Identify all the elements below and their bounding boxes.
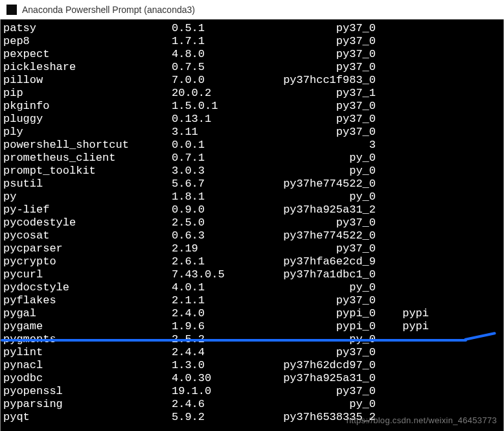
package-name: pynacl (3, 359, 172, 372)
package-channel (376, 152, 434, 165)
package-build: py37h7a1dbc1_0 (272, 268, 376, 281)
package-channel (376, 178, 434, 191)
package-row: pyparsing2.4.6py_0 (3, 398, 503, 411)
package-channel (376, 216, 434, 229)
package-name: prometheus_client (3, 152, 172, 165)
package-row: pillow7.0.0py37hcc1f983_0 (3, 74, 503, 87)
package-channel (376, 165, 434, 178)
package-version: 2.5.2 (172, 333, 272, 346)
package-name: pycodestyle (3, 216, 172, 229)
package-channel (376, 359, 434, 372)
package-row: pluggy0.13.1py37_0 (3, 113, 503, 126)
package-name: pluggy (3, 113, 172, 126)
terminal-icon (6, 5, 17, 15)
package-version: 2.4.4 (172, 346, 272, 359)
package-build: py37he774522_0 (272, 178, 376, 191)
package-row: pygal2.4.0pypi_0pypi (3, 307, 503, 320)
package-channel: pypi (376, 307, 434, 320)
package-name: pydocstyle (3, 281, 172, 294)
package-channel (376, 255, 434, 268)
package-channel (376, 411, 434, 424)
package-build: py37_0 (272, 35, 376, 48)
package-version: 1.5.0.1 (172, 100, 272, 113)
package-version: 2.5.0 (172, 216, 272, 229)
package-build: 3 (272, 139, 376, 152)
package-row: ply3.11py37_0 (3, 126, 503, 139)
package-row: pylint2.4.4py37_0 (3, 346, 503, 359)
package-name: pillow (3, 74, 172, 87)
package-build: py37_0 (272, 242, 376, 255)
package-channel (376, 22, 434, 35)
package-row: pyopenssl19.1.0py37_0 (3, 385, 503, 398)
package-row: powershell_shortcut0.0.13 (3, 139, 503, 152)
package-version: 2.4.0 (172, 307, 272, 320)
package-row: pycrypto2.6.1py37hfa6e2cd_9 (3, 255, 503, 268)
package-channel (376, 346, 434, 359)
package-version: 4.0.1 (172, 281, 272, 294)
package-row: pycurl7.43.0.5py37h7a1dbc1_0 (3, 268, 503, 281)
package-build: py37_0 (272, 113, 376, 126)
package-row: pyodbc4.0.30py37ha925a31_0 (3, 372, 503, 385)
package-channel (376, 281, 434, 294)
package-row: pkginfo1.5.0.1py37_0 (3, 100, 503, 113)
package-build: pypi_0 (272, 320, 376, 333)
package-name: py-lief (3, 204, 172, 216)
package-channel (376, 242, 434, 255)
package-build: py37_0 (272, 385, 376, 398)
package-build: py37_0 (272, 346, 376, 359)
package-name: patsy (3, 22, 172, 35)
package-name: pyflakes (3, 294, 172, 307)
package-row: pyqt5.9.2py37h6538335_2 (3, 411, 503, 424)
package-build: py37_0 (272, 100, 376, 113)
package-name: pygame (3, 320, 172, 333)
package-version: 2.4.6 (172, 398, 272, 411)
package-channel (376, 294, 434, 307)
package-row: pygments2.5.2py_0 (3, 333, 503, 346)
package-channel: pypi (376, 320, 434, 333)
package-build: py_0 (272, 281, 376, 294)
package-name: pyodbc (3, 372, 172, 385)
package-row: pycodestyle2.5.0py37_0 (3, 216, 503, 229)
package-name: pygments (3, 333, 172, 346)
package-row: prometheus_client0.7.1py_0 (3, 152, 503, 165)
package-name: pexpect (3, 48, 172, 61)
package-name: pygal (3, 307, 172, 320)
package-name: py (3, 191, 172, 204)
package-name: pep8 (3, 35, 172, 48)
package-version: 5.6.7 (172, 178, 272, 191)
terminal-output[interactable]: patsy0.5.1py37_0pep81.7.1py37_0pexpect4.… (0, 19, 504, 431)
package-version: 1.9.6 (172, 320, 272, 333)
package-channel (376, 74, 434, 87)
window-title: Anaconda Powershell Prompt (anaconda3) (22, 5, 195, 15)
package-build: py_0 (272, 398, 376, 411)
package-channel (376, 268, 434, 281)
package-channel (376, 229, 434, 242)
package-build: py37_1 (272, 87, 376, 100)
package-channel (376, 398, 434, 411)
package-name: pylint (3, 346, 172, 359)
package-row: prompt_toolkit3.0.3py_0 (3, 165, 503, 178)
package-name: pyqt (3, 411, 172, 424)
package-row: pycparser2.19py37_0 (3, 242, 503, 255)
title-bar: Anaconda Powershell Prompt (anaconda3) (0, 0, 504, 19)
package-row: pydocstyle4.0.1py_0 (3, 281, 503, 294)
package-version: 2.6.1 (172, 255, 272, 268)
package-version: 5.9.2 (172, 411, 272, 424)
package-version: 1.7.1 (172, 35, 272, 48)
package-row: pynacl1.3.0py37h62dcd97_0 (3, 359, 503, 372)
package-name: pickleshare (3, 61, 172, 74)
package-version: 0.6.3 (172, 229, 272, 242)
package-row: pip20.0.2py37_1 (3, 87, 503, 100)
package-version: 19.1.0 (172, 385, 272, 398)
package-row: pygame1.9.6pypi_0pypi (3, 320, 503, 333)
package-version: 3.11 (172, 126, 272, 139)
package-name: pip (3, 87, 172, 100)
package-name: powershell_shortcut (3, 139, 172, 152)
package-build: pypi_0 (272, 307, 376, 320)
package-build: py37_0 (272, 294, 376, 307)
package-row: pep81.7.1py37_0 (3, 35, 503, 48)
package-version: 3.0.3 (172, 165, 272, 178)
package-version: 1.8.1 (172, 191, 272, 204)
package-channel (376, 126, 434, 139)
package-name: pkginfo (3, 100, 172, 113)
